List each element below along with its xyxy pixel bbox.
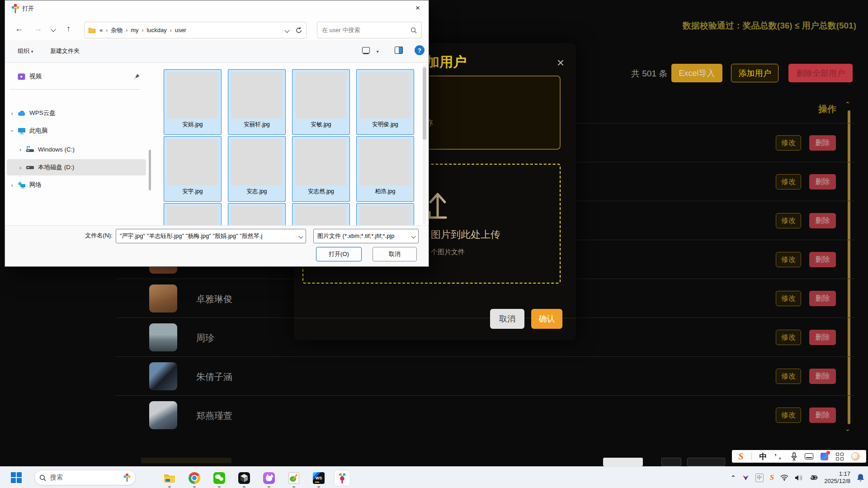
delete-button[interactable]: 删除 [809,369,836,384]
taskbar-app-wechat[interactable] [212,470,227,486]
view-mode-chevron-icon[interactable]: ▾ [377,49,379,54]
taskbar-app-file-explorer[interactable] [162,470,177,486]
taskbar-app-cat[interactable] [261,470,277,486]
preview-pane-icon[interactable] [395,47,403,54]
breadcrumb[interactable]: « › 杂物 › my › luckday › user [84,22,307,38]
delete-button[interactable]: 删除 [809,174,836,190]
keyboard-icon[interactable] [805,453,813,460]
dialog-cancel-button[interactable]: 取消 [373,247,417,261]
new-folder-button[interactable]: 新建文件夹 [50,47,80,55]
breadcrumb-item[interactable]: my [131,27,138,33]
address-dropdown-icon[interactable] [284,28,289,33]
add-user-button[interactable]: 添加用户 [731,64,778,82]
forward-icon[interactable]: → [34,24,42,33]
recent-locations-chevron-icon[interactable] [51,27,56,32]
file-tile[interactable] [356,203,414,225]
delete-button[interactable]: 删除 [809,135,836,151]
tray-color-icon[interactable] [742,474,749,481]
file-tile[interactable]: 柏浩.jpg [356,136,414,202]
toolbox-grid-icon[interactable] [836,453,844,460]
file-tile[interactable]: 安宇.jpg [164,136,222,202]
modify-button[interactable]: 修改 [776,252,801,267]
delete-button[interactable]: 删除 [809,213,836,228]
expand-chevron-icon[interactable]: › [15,164,26,171]
ime-punctuation-icon[interactable]: ’， [774,452,783,461]
notification-bell-icon[interactable] [857,474,864,482]
file-list-scrollbar[interactable] [423,65,426,224]
filetype-dropdown-icon[interactable] [411,234,416,239]
back-icon[interactable]: ← [15,24,23,33]
modify-button[interactable]: 修改 [776,330,801,345]
tray-sogou-icon[interactable]: S [770,473,774,482]
sidebar-item-drive-c[interactable]: › Windows (C:) [7,141,146,157]
microphone-icon[interactable] [791,452,797,460]
sogou-logo-icon[interactable]: S [738,451,743,462]
excel-import-button[interactable]: Excel导入 [671,64,722,82]
battery-icon[interactable] [809,475,818,480]
taskbar-clock[interactable]: 1:17 2025/12/8 [824,470,850,485]
refresh-icon[interactable] [295,27,302,34]
skin-icon[interactable] [821,453,828,460]
file-tile[interactable] [228,203,286,225]
file-tile[interactable]: 安娟.jpg [164,69,222,135]
modify-button[interactable]: 修改 [776,135,801,151]
delete-button[interactable]: 删除 [809,330,836,345]
breadcrumb-item[interactable]: luckday [147,27,167,33]
delete-all-users-button[interactable]: 删除全部用户 [788,64,853,82]
taskbar-app-webstorm[interactable]: WS [311,470,326,486]
delete-button[interactable]: 删除 [809,407,836,423]
sidebar-item-videos[interactable]: 视频 [7,68,146,85]
modify-button[interactable]: 修改 [776,291,801,306]
taskbar-app-cube[interactable] [236,470,252,486]
file-tile[interactable]: 安志然.jpg [292,136,350,202]
breadcrumb-item[interactable]: user [175,27,186,33]
ime-chinese-mode-icon[interactable]: 中 [760,451,767,462]
dialog-close-icon[interactable]: × [410,2,425,14]
organize-menu[interactable]: 组织 ▾ [18,47,33,55]
delete-button[interactable]: 删除 [809,252,836,267]
file-tile[interactable] [292,203,350,225]
open-button[interactable]: 打开(O) [316,247,362,261]
dialog-search-input[interactable]: 在 user 中搜索 [317,22,422,38]
collapse-chevron-icon[interactable]: › [9,125,16,136]
delete-button[interactable]: 删除 [809,291,836,306]
tray-expand-icon[interactable]: ⌃ [731,474,736,481]
taskbar-app-chrome[interactable] [187,470,202,486]
file-tile[interactable] [164,203,222,225]
tray-ime-indicator[interactable]: 中 [755,474,764,482]
close-icon[interactable]: × [557,56,564,70]
wifi-icon[interactable] [780,474,788,481]
sidebar-item-drive-d[interactable]: › 本地磁盘 (D:) [7,159,146,175]
sidebar-scrollbar[interactable] [149,150,151,190]
sidebar-item-network[interactable]: › 网络 [7,177,146,193]
up-icon[interactable]: ↑ [66,24,71,33]
file-tile[interactable]: 安明俊.jpg [356,69,414,135]
file-tile[interactable]: 安丽轩.jpg [228,69,286,135]
taskbar-search-input[interactable]: 搜索 [34,470,136,485]
modify-button[interactable]: 修改 [776,369,801,384]
filename-dropdown-icon[interactable] [299,234,303,239]
expand-chevron-icon[interactable]: › [7,110,18,117]
scroll-up-icon[interactable]: ⌃ [845,100,850,108]
start-button[interactable] [11,472,22,483]
volume-icon[interactable] [795,474,802,481]
expand-chevron-icon[interactable]: › [15,146,26,153]
help-icon[interactable]: ? [415,45,425,55]
modify-button[interactable]: 修改 [776,407,801,423]
sidebar-item-wps-cloud[interactable]: › WPS云盘 [7,105,146,121]
view-mode-icon[interactable] [362,47,370,53]
modify-button[interactable]: 修改 [776,174,801,190]
sidebar-item-this-pc[interactable]: › 此电脑 [7,123,146,139]
filename-input[interactable]: "严宇.jpg" "羊志钰彤.jpg" "杨梅.jpg" "殷娟.jpg" "殷… [116,229,306,243]
modify-button[interactable]: 修改 [776,213,801,228]
emoji-icon[interactable] [851,452,859,460]
taskbar-app-luckdraw-active[interactable] [335,470,350,486]
modal-cancel-button[interactable]: 取消 [490,309,524,329]
file-tile[interactable]: 安志.jpg [228,136,286,202]
taskbar-app-editplus[interactable] [286,470,302,486]
expand-chevron-icon[interactable]: › [7,182,18,189]
filetype-select[interactable]: 图片文件 (*.xbm;*.tif;*.jfif;*.pjp [313,229,419,243]
modal-confirm-button[interactable]: 确认 [531,309,562,329]
file-tile[interactable]: 安敏.jpg [292,69,350,135]
scrollbar-thumb[interactable] [423,67,426,140]
